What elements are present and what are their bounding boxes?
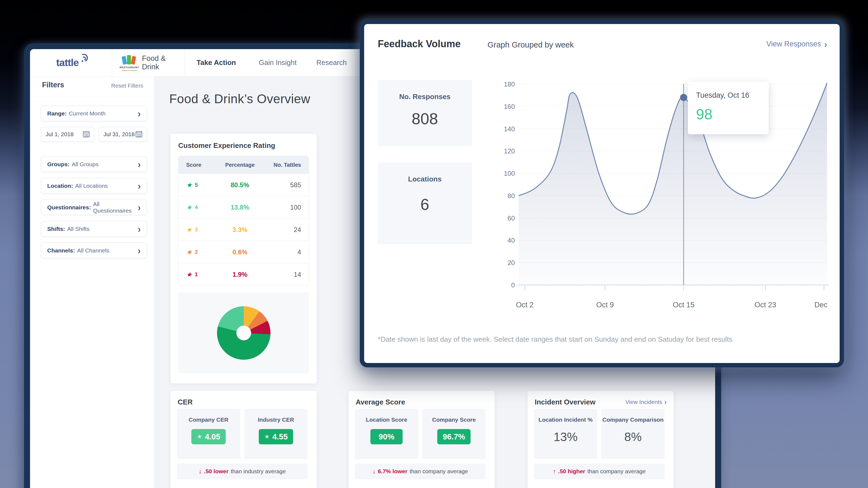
tab-gain-insight[interactable]: Gain Insight — [259, 49, 297, 76]
incident-comparison-strip: ↑ .50 higher than company average — [534, 463, 665, 479]
star-icon: ★ — [186, 248, 192, 256]
svg-text:120: 120 — [504, 147, 515, 155]
star-icon: ★ — [264, 433, 270, 440]
locations-stat-value: 6 — [378, 195, 472, 213]
locations-stat-label: Locations — [378, 175, 472, 183]
chevron-right-icon: › — [664, 398, 666, 406]
svg-text:140: 140 — [504, 125, 515, 133]
filter-questionnaires[interactable]: Questionnaires:All Questionnaires › — [41, 200, 147, 215]
average-score-comparison-strip: ↓ 6.7% lower than company average — [355, 463, 486, 479]
chevron-right-icon: › — [824, 39, 827, 49]
cer-donut — [217, 306, 271, 360]
feedback-volume-window: Feedback Volume Graph Grouped by week Vi… — [360, 20, 844, 367]
page: { "window": { "nav": { "logo_text": "tat… — [0, 0, 868, 488]
cer-card-title: CER — [178, 398, 193, 406]
filter-groups[interactable]: Groups:All Groups › — [41, 156, 147, 172]
arrow-down-icon: ↓ — [373, 468, 376, 475]
svg-text:Oct 2: Oct 2 — [516, 301, 534, 309]
chevron-right-icon: › — [138, 224, 141, 234]
chevron-right-icon: › — [138, 159, 141, 169]
tab-take-action[interactable]: Take Action — [196, 49, 236, 76]
filter-range[interactable]: Range: Current Month › — [41, 105, 147, 121]
date-end-field[interactable]: Jul 31, 2018 — [99, 127, 147, 142]
filter-channels[interactable]: Channels:All Channels › — [41, 243, 147, 258]
chevron-right-icon: › — [138, 181, 141, 190]
col-percentage-header: Percentage — [214, 162, 266, 168]
brand-switcher[interactable]: RESTAURANT Food & Drink — [112, 49, 185, 76]
chart-tooltip: Tuesday, Oct 16 98 — [688, 82, 769, 134]
company-comparison-panel: Company Comparison 8% — [601, 409, 665, 459]
calendar-icon — [83, 131, 90, 137]
filter-location[interactable]: Location:All Locations › — [41, 178, 147, 193]
cer-card: CER Company CER ★4.05 Industry CER ★4.55… — [170, 391, 317, 488]
chart-footnote: *Date shown is last day of the week. Sel… — [378, 335, 732, 344]
view-incidents-link[interactable]: View Incidents › — [625, 399, 666, 405]
calendar-icon — [136, 131, 142, 137]
page-title: Food & Drink’s Overview — [169, 91, 310, 106]
cer-comparison-strip: ↓ .50 lower than industry average — [177, 463, 308, 479]
star-icon: ★ — [186, 271, 192, 278]
star-icon: ★ — [197, 433, 202, 440]
company-cer-panel: Company CER ★4.05 — [177, 409, 240, 459]
filter-shifts[interactable]: Shifts:All Shifts › — [41, 221, 147, 237]
graph-grouping-label: Graph Grouped by week — [488, 40, 574, 50]
sidebar-divider — [30, 96, 154, 96]
svg-text:20: 20 — [507, 259, 515, 266]
date-start-field[interactable]: Jul 1, 2018 — [41, 127, 94, 142]
company-score-badge: 96.7% — [437, 429, 471, 444]
view-responses-link[interactable]: View Responses › — [766, 40, 827, 48]
company-score-panel: Company Score 96.7% — [422, 409, 486, 459]
reset-filters-button[interactable]: Reset Filters — [111, 83, 143, 89]
company-comparison-value: 8% — [601, 430, 665, 444]
location-incident-panel: Location Incident % 13% — [534, 409, 597, 459]
rating-row-2: ★2 0.6% 4 — [179, 241, 309, 263]
star-icon: ★ — [186, 226, 192, 234]
col-score-header: Score — [179, 162, 214, 168]
svg-text:Oct 15: Oct 15 — [673, 301, 695, 309]
rating-table-header: Score Percentage No. Tattles — [179, 156, 309, 174]
responses-stat-label: No. Responses — [378, 93, 472, 101]
feedback-volume-chart[interactable]: 020406080100120140160180Oct 2Oct 9Oct 15… — [483, 82, 830, 311]
incident-overview-card: Incident Overview View Incidents › Locat… — [528, 391, 674, 488]
rating-card-title: Customer Experience Rating — [178, 141, 309, 150]
restaurant-caption: RESTAURANT — [118, 66, 141, 69]
location-score-badge: 90% — [370, 429, 403, 444]
restaurant-logo-icon: RESTAURANT — [122, 54, 137, 71]
svg-text:100: 100 — [504, 170, 515, 177]
average-score-card: Average Score Location Score 90% Company… — [348, 391, 495, 488]
industry-cer-badge: ★4.55 — [259, 429, 293, 444]
location-score-panel: Location Score 90% — [355, 409, 418, 459]
arrow-down-icon: ↓ — [199, 468, 202, 475]
rating-row-3: ★3 3.3% 24 — [179, 218, 309, 241]
incident-overview-title: Incident Overview — [535, 398, 596, 406]
logo-cell[interactable]: tattle — [30, 49, 112, 76]
tab-research[interactable]: Research — [316, 49, 347, 76]
tooltip-value: 98 — [696, 105, 761, 123]
location-incident-value: 13% — [534, 430, 597, 444]
star-icon: ★ — [186, 181, 192, 189]
chevron-right-icon: › — [138, 246, 141, 255]
rating-row-1: ★1 1.9% 14 — [179, 263, 309, 285]
filters-title: Filters — [42, 81, 64, 89]
feedback-volume-title: Feedback Volume — [378, 38, 461, 50]
svg-text:180: 180 — [504, 82, 515, 88]
locations-stat-panel: Locations 6 — [378, 162, 472, 244]
company-cer-badge: ★4.05 — [191, 429, 226, 444]
rating-table: Score Percentage No. Tattles ★5 80.5% 58… — [178, 156, 309, 286]
donut-hole — [237, 326, 251, 340]
chevron-right-icon: › — [138, 109, 141, 118]
average-score-title: Average Score — [356, 398, 405, 406]
svg-text:80: 80 — [507, 192, 515, 200]
svg-text:60: 60 — [507, 215, 515, 222]
col-tattles-header: No. Tattles — [266, 162, 309, 168]
svg-text:160: 160 — [504, 103, 515, 110]
rating-row-5: ★5 80.5% 585 — [179, 174, 309, 196]
arrow-up-icon: ↑ — [553, 468, 556, 475]
customer-experience-rating-card: Customer Experience Rating Score Percent… — [170, 134, 317, 384]
tattle-logo: tattle — [56, 57, 86, 68]
responses-stat-panel: No. Responses 808 — [378, 80, 472, 146]
svg-text:0: 0 — [511, 281, 515, 289]
svg-text:Oct 23: Oct 23 — [754, 301, 776, 309]
rating-row-4: ★4 13.8% 100 — [179, 196, 309, 218]
industry-cer-panel: Industry CER ★4.55 — [244, 409, 308, 459]
